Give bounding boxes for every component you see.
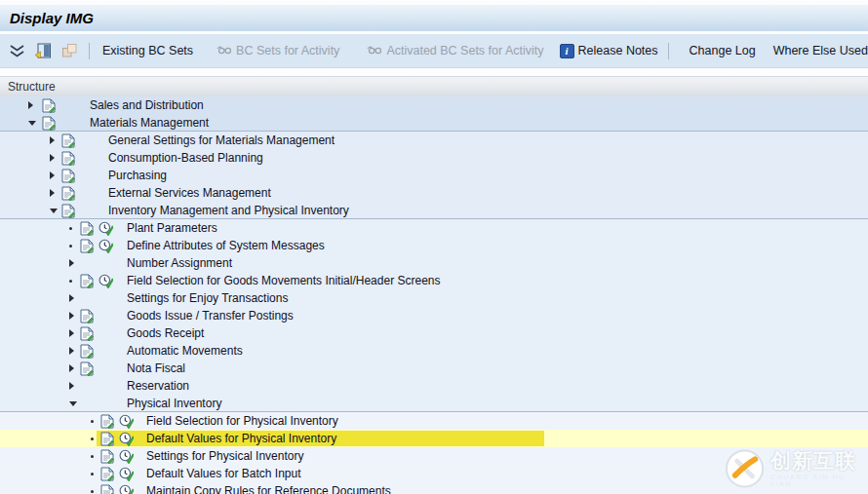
tree-row[interactable]: Settings for Physical Inventory bbox=[0, 447, 868, 465]
documentation-icon[interactable] bbox=[100, 467, 114, 481]
expand-arrow-icon[interactable] bbox=[50, 189, 55, 197]
img-activity-icon[interactable] bbox=[119, 467, 134, 481]
tree-row-label: External Services Management bbox=[108, 184, 271, 202]
activated-bc-sets-for-activity-button: Activated BC Sets for Activity bbox=[367, 44, 543, 57]
tree-row-highlighted[interactable]: Default Values for Physical Inventory bbox=[0, 430, 868, 447]
tree-row[interactable]: Default Values for Batch Input bbox=[0, 465, 868, 482]
button-label: Change Log bbox=[690, 44, 756, 57]
expand-arrow-icon[interactable] bbox=[50, 136, 55, 144]
documentation-icon[interactable] bbox=[100, 432, 114, 446]
img-activity-icon[interactable] bbox=[99, 274, 113, 288]
tree-row[interactable]: Consumption-Based Planning bbox=[0, 149, 868, 167]
where-else-used-button[interactable]: Where Else Used bbox=[773, 44, 868, 57]
expand-arrow-icon[interactable] bbox=[50, 154, 55, 162]
collapse-all-icon[interactable] bbox=[7, 42, 26, 59]
tree-row[interactable]: Reservation bbox=[0, 377, 868, 395]
tree-row[interactable]: Physical Inventory bbox=[0, 395, 868, 412]
structure-header: Structure bbox=[0, 76, 868, 97]
application-toolbar: Existing BC Sets BC Sets for Activity bbox=[0, 34, 868, 68]
window-titlebar: Display IMG bbox=[0, 5, 868, 31]
tree-row[interactable]: Settings for Enjoy Transactions bbox=[0, 289, 868, 307]
expand-arrow-icon[interactable] bbox=[69, 294, 74, 302]
documentation-icon[interactable] bbox=[80, 344, 94, 359]
tree-row-label: Define Attributes of System Messages bbox=[127, 237, 325, 254]
tree-row[interactable]: Goods Issue / Transfer Postings bbox=[0, 307, 868, 324]
documentation-icon[interactable] bbox=[100, 484, 114, 494]
documentation-icon[interactable] bbox=[61, 169, 75, 183]
tree-row-label: Settings for Physical Inventory bbox=[146, 447, 303, 465]
tree-row[interactable]: Maintain Copy Rules for Reference Docume… bbox=[0, 482, 868, 494]
tree-row-label: Physical Inventory bbox=[127, 395, 221, 412]
tree-row-label: Goods Receipt bbox=[127, 324, 204, 342]
tree-row[interactable]: Sales and Distribution bbox=[0, 96, 868, 114]
img-activity-icon[interactable] bbox=[119, 432, 134, 446]
expand-arrow-icon[interactable] bbox=[69, 329, 74, 337]
collapse-arrow-icon[interactable] bbox=[28, 121, 36, 126]
sap-img-window: Display IMG Existing BC Sets bbox=[0, 0, 868, 494]
info-icon: i bbox=[560, 44, 574, 58]
tree-row[interactable]: Nota Fiscal bbox=[0, 360, 868, 377]
documentation-icon[interactable] bbox=[100, 449, 114, 464]
documentation-icon[interactable] bbox=[80, 221, 94, 236]
tree-row[interactable]: Define Attributes of System Messages bbox=[0, 237, 868, 254]
button-label: Existing BC Sets bbox=[102, 44, 193, 57]
documentation-icon[interactable] bbox=[42, 116, 56, 131]
tree-row[interactable]: General Settings for Materials Managemen… bbox=[0, 132, 868, 149]
documentation-icon[interactable] bbox=[80, 361, 94, 376]
bullet-icon bbox=[69, 227, 72, 230]
collapse-arrow-icon[interactable] bbox=[69, 401, 77, 406]
tree-row[interactable]: Plant Parameters bbox=[0, 219, 868, 237]
expand-arrow-icon[interactable] bbox=[69, 347, 74, 355]
documentation-icon[interactable] bbox=[80, 326, 94, 341]
change-log-button[interactable]: Change Log bbox=[690, 44, 756, 57]
tree-row-label: Field Selection for Goods Movements Init… bbox=[127, 272, 441, 289]
position-icon[interactable] bbox=[33, 42, 53, 59]
tree-row-label: Field Selection for Physical Inventory bbox=[146, 412, 338, 430]
release-notes-button[interactable]: i Release Notes bbox=[560, 44, 658, 58]
tree-row-label: Default Values for Physical Inventory bbox=[146, 430, 336, 447]
structure-header-label: Structure bbox=[8, 80, 56, 94]
documentation-icon[interactable] bbox=[61, 133, 75, 148]
expand-arrow-icon[interactable] bbox=[69, 382, 74, 390]
documentation-icon[interactable] bbox=[42, 98, 56, 113]
img-activity-icon[interactable] bbox=[119, 449, 134, 464]
documentation-icon[interactable] bbox=[61, 204, 75, 218]
documentation-icon[interactable] bbox=[80, 239, 94, 253]
expand-arrow-icon[interactable] bbox=[69, 259, 74, 267]
expand-arrow-icon[interactable] bbox=[69, 364, 74, 372]
documentation-icon[interactable] bbox=[80, 309, 94, 323]
documentation-icon[interactable] bbox=[80, 274, 94, 288]
img-activity-icon[interactable] bbox=[119, 414, 134, 429]
tree-row[interactable]: Materials Management bbox=[0, 114, 868, 132]
tree-row-label: Goods Issue / Transfer Postings bbox=[127, 307, 294, 324]
tree-row-label: Nota Fiscal bbox=[127, 360, 185, 377]
tree-row[interactable]: External Services Management bbox=[0, 184, 868, 202]
documentation-icon[interactable] bbox=[100, 414, 114, 429]
expand-arrow-icon[interactable] bbox=[69, 312, 74, 320]
tree-row[interactable]: Goods Receipt bbox=[0, 324, 868, 342]
tree-row[interactable]: Field Selection for Physical Inventory bbox=[0, 412, 868, 430]
tree-row[interactable]: Field Selection for Goods Movements Init… bbox=[0, 272, 868, 289]
img-activity-icon[interactable] bbox=[99, 239, 113, 253]
expand-arrow-icon[interactable] bbox=[50, 171, 55, 179]
documentation-icon[interactable] bbox=[61, 186, 75, 201]
tree-row[interactable]: Purchasing bbox=[0, 167, 868, 184]
bullet-icon bbox=[69, 280, 72, 283]
img-activity-icon[interactable] bbox=[99, 221, 113, 236]
documentation-icon[interactable] bbox=[61, 151, 75, 166]
tree-row-label: Materials Management bbox=[90, 114, 209, 132]
tree-row-label: Inventory Management and Physical Invent… bbox=[108, 202, 349, 219]
tree-row[interactable]: Number Assignment bbox=[0, 254, 868, 272]
expand-arrow-icon[interactable] bbox=[28, 101, 33, 109]
button-label: Where Else Used bbox=[773, 44, 868, 57]
tree-row[interactable]: Automatic Movements bbox=[0, 342, 868, 360]
existing-bc-sets-button[interactable]: Existing BC Sets bbox=[102, 44, 193, 57]
bullet-icon bbox=[91, 420, 94, 423]
copy-icon bbox=[59, 42, 79, 59]
page-title: Display IMG bbox=[10, 10, 94, 26]
button-label: Release Notes bbox=[578, 44, 658, 57]
collapse-arrow-icon[interactable] bbox=[50, 209, 58, 213]
img-activity-icon[interactable] bbox=[119, 484, 134, 494]
bc-sets-for-activity-button: BC Sets for Activity bbox=[217, 44, 339, 57]
tree-row[interactable]: Inventory Management and Physical Invent… bbox=[0, 202, 868, 219]
